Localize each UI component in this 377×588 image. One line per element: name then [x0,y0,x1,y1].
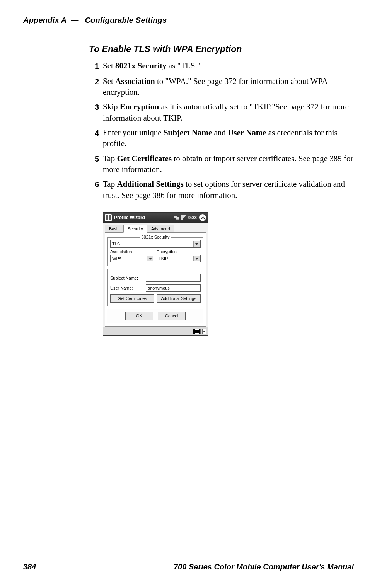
step-body: Enter your unique Subject Name and User … [103,127,356,149]
section-name: Configurable Settings [85,16,167,24]
chevron-down-icon[interactable] [193,256,200,261]
section-title: To Enable TLS with WPA Encryption [89,44,356,55]
titlebar: Profile Wizard 9:33 ok [103,213,208,223]
step-body: Set 8021x Security as "TLS." [103,60,200,71]
content: To Enable TLS with WPA Encryption 1 Set … [89,44,356,336]
encryption-select[interactable]: TKIP [157,255,201,262]
step-number: 4 [89,127,99,139]
device-body: Basic Security Advanced 8021x Security T… [103,223,208,327]
security-group: 8021x Security TLS Association WPA [107,237,203,266]
window-title: Profile Wizard [114,215,174,220]
step-2: 2 Set Association to "WPA." See page 372… [89,76,356,98]
subject-name-input[interactable] [146,274,201,282]
step-number: 5 [89,153,99,165]
step-body: Tap Additional Settings to set options f… [103,179,356,201]
tab-panel: 8021x Security TLS Association WPA [105,232,206,327]
encryption-value: TKIP [159,256,168,261]
step-5: 5 Tap Get Certificates to obtain or impo… [89,153,356,175]
appendix-label: Appendix A [23,16,67,24]
device-screenshot: Profile Wizard 9:33 ok Basic Security Ad… [103,212,208,336]
arrow-up-icon[interactable] [202,329,206,334]
step-body: Skip Encryption as it is automatically s… [103,101,356,123]
step-number: 2 [89,76,99,87]
dialog-actions: OK Cancel [107,309,203,323]
step-body: Set Association to "WPA." See page 372 f… [103,76,356,98]
credentials-group: Subject Name: User Name: anonymous Get C… [107,269,203,306]
page: Appendix A — Configurable Settings To En… [0,0,377,588]
chevron-down-icon[interactable] [193,241,200,247]
step-number: 6 [89,179,99,190]
cancel-button[interactable]: Cancel [158,312,186,320]
tab-advanced[interactable]: Advanced [147,225,174,233]
step-body: Tap Get Certificates to obtain or import… [103,153,356,175]
page-number: 384 [23,563,36,571]
step-3: 3 Skip Encryption as it is automatically… [89,101,356,123]
dash: — [71,16,78,24]
volume-icon[interactable] [181,215,186,220]
encryption-label: Encryption [157,249,201,254]
sip-bar [103,327,208,335]
get-certificates-button[interactable]: Get Certificates [110,294,154,303]
security-value: TLS [112,242,120,246]
tab-basic[interactable]: Basic [105,225,124,233]
ok-button[interactable]: OK [125,312,153,320]
group-title: 8021x Security [140,235,171,239]
keyboard-icon[interactable] [193,329,201,334]
step-6: 6 Tap Additional Settings to set options… [89,179,356,201]
user-name-input[interactable]: anonymous [146,284,201,292]
clock[interactable]: 9:33 [188,215,197,220]
step-list: 1 Set 8021x Security as "TLS." 2 Set Ass… [89,60,356,201]
step-4: 4 Enter your unique Subject Name and Use… [89,127,356,149]
page-footer: 384 700 Series Color Mobile Computer Use… [23,563,354,571]
ok-badge[interactable]: ok [199,214,206,221]
step-1: 1 Set 8021x Security as "TLS." [89,60,356,72]
step-number: 1 [89,60,99,72]
tab-bar: Basic Security Advanced [105,224,206,233]
chevron-down-icon[interactable] [147,256,153,261]
subject-name-label: Subject Name: [110,276,146,280]
additional-settings-button[interactable]: Additional Settings [157,294,201,303]
association-label: Association [110,249,154,254]
manual-title: 700 Series Color Mobile Computer User's … [174,563,354,571]
security-select[interactable]: TLS [110,240,201,248]
tray-icons: 9:33 ok [174,214,206,221]
network-icon[interactable] [174,216,179,220]
running-head: Appendix A — Configurable Settings [23,15,354,25]
association-select[interactable]: WPA [110,255,154,262]
tab-security[interactable]: Security [123,225,147,233]
step-number: 3 [89,101,99,113]
association-value: WPA [112,256,121,261]
user-name-label: User Name: [110,286,146,290]
start-flag-icon[interactable] [105,214,112,221]
